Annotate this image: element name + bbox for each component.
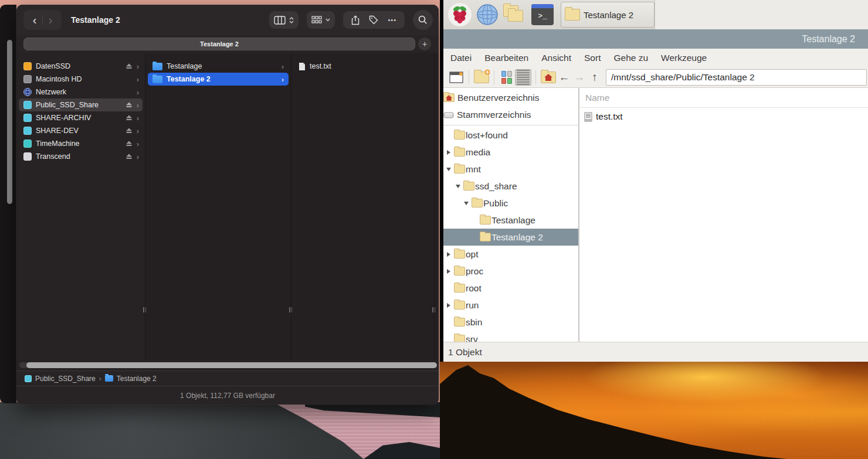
sidebar-item-datenssd[interactable]: DatenSSD ›	[19, 60, 143, 73]
tree-item-mnt[interactable]: mnt	[440, 161, 578, 178]
chevron-right-icon[interactable]: ›	[137, 101, 139, 109]
finder-column-rest	[435, 53, 439, 360]
sidebar-item-share-archiv[interactable]: SHARE-ARCHIV ›	[19, 111, 143, 124]
chevron-right-icon[interactable]: ›	[137, 89, 139, 96]
file-row-test-txt[interactable]: test.txt	[294, 60, 432, 73]
pi-tree-panel: Benutzerverzeichnis Stammverzeichnis	[440, 88, 579, 342]
menu-datei[interactable]: Datei	[450, 53, 472, 63]
file-list-header[interactable]: Name	[579, 88, 868, 108]
forward-button[interactable]: ›	[43, 11, 58, 29]
eject-icon[interactable]	[126, 154, 133, 159]
toolbar-separator	[494, 70, 494, 84]
column-resize-handle[interactable]	[289, 307, 293, 312]
hscroll-track[interactable]	[19, 362, 437, 368]
place-home[interactable]: Benutzerverzeichnis	[440, 89, 578, 106]
macos-wallpaper	[0, 402, 440, 459]
expander-collapsed-icon[interactable]	[445, 150, 452, 155]
sidebar-item-public-ssd-share[interactable]: Public_SSD_Share ›	[19, 98, 143, 111]
tree-item-run[interactable]: run	[440, 297, 578, 314]
back-button[interactable]: ‹	[27, 11, 42, 29]
tree-item-lost-found[interactable]: lost+found	[440, 127, 578, 144]
tree-label: Public	[483, 198, 508, 209]
taskbar-window-button[interactable]: Testanlage 2	[561, 2, 655, 28]
chevron-right-icon[interactable]: ›	[137, 114, 139, 122]
menu-ansicht[interactable]: Ansicht	[541, 53, 571, 63]
hscroll-thumb[interactable]	[26, 362, 437, 368]
tree-item-srv[interactable]: srv	[440, 331, 578, 342]
expander-collapsed-icon[interactable]	[445, 303, 452, 308]
tab-testanlage-2[interactable]: Testanlage 2	[23, 38, 415, 50]
eject-icon[interactable]	[126, 63, 133, 69]
folder-row-testanlage[interactable]: Testanlage ›	[148, 60, 289, 73]
sidebar-item-share-dev[interactable]: SHARE-DEV ›	[19, 124, 143, 137]
chevron-right-icon[interactable]: ›	[137, 76, 139, 83]
tree-item-public[interactable]: Public	[440, 195, 578, 212]
sidebar-item-transcend[interactable]: Transcend ›	[19, 150, 143, 163]
tree-item-opt[interactable]: opt	[440, 246, 578, 263]
tree-item-testanlage-2-selected[interactable]: Testanlage 2	[440, 229, 578, 246]
tree-item-root[interactable]: root	[440, 280, 578, 297]
new-window-button[interactable]	[448, 69, 464, 86]
actions-pill: •••	[343, 11, 405, 29]
background-window-scrollbar[interactable]	[7, 40, 12, 204]
chevron-right-icon[interactable]: ›	[137, 63, 139, 70]
column-header-name[interactable]: Name	[585, 93, 609, 103]
pi-up-button[interactable]: ↑	[587, 71, 602, 84]
sidebar-item-timemachine[interactable]: TimeMachine ›	[19, 137, 143, 150]
place-label: Benutzerverzeichnis	[457, 93, 540, 103]
expander-collapsed-icon[interactable]	[445, 252, 452, 257]
icon-view-button[interactable]	[499, 69, 515, 86]
column-resize-handle[interactable]	[143, 307, 147, 312]
pi-forward-button[interactable]: →	[572, 71, 587, 84]
file-manager-button[interactable]	[503, 4, 527, 25]
tree-item-ssd-share[interactable]: ssd_share	[440, 178, 578, 195]
place-root[interactable]: Stammverzeichnis	[440, 106, 578, 123]
menu-gehe-zu[interactable]: Gehe zu	[613, 53, 648, 63]
expander-expanded-icon[interactable]	[445, 168, 452, 171]
new-tab-button[interactable]: +	[418, 38, 431, 50]
file-row-test-txt[interactable]: test.txt	[579, 108, 868, 125]
chevron-right-icon[interactable]: ›	[137, 153, 139, 161]
tree-item-testanlage[interactable]: Testanlage	[440, 212, 578, 229]
search-button[interactable]	[413, 10, 433, 30]
group-by-button[interactable]	[307, 11, 335, 29]
sidebar-item-macintosh-hd[interactable]: Macintosh HD ›	[19, 73, 143, 86]
path-input[interactable]: /mnt/ssd_share/Public/Testanlage 2	[606, 69, 867, 86]
expander-expanded-icon[interactable]	[454, 185, 462, 188]
view-mode-button[interactable]	[269, 11, 299, 29]
pi-back-button[interactable]: ←	[557, 71, 572, 84]
eject-icon[interactable]	[126, 115, 133, 121]
finder-titlebar: ‹ › Testanlage 2	[16, 5, 439, 35]
path-segment-volume[interactable]: Public_SSD_Share	[35, 375, 96, 383]
menu-werkzeuge[interactable]: Werkzeuge	[661, 53, 707, 63]
macos-screen: ‹ › Testanlage 2	[0, 0, 440, 459]
home-button[interactable]	[540, 69, 557, 86]
eject-icon[interactable]	[126, 141, 133, 147]
terminal-button[interactable]: >_	[531, 4, 554, 25]
menu-sort[interactable]: Sort	[584, 53, 601, 63]
menu-raspberry-button[interactable]	[448, 3, 472, 26]
finder-window: ‹ › Testanlage 2	[16, 5, 439, 404]
expander-collapsed-icon[interactable]	[445, 269, 452, 274]
tree-item-sbin[interactable]: sbin	[440, 314, 578, 331]
sidebar-item-netzwerk[interactable]: Netzwerk ›	[19, 86, 143, 98]
tag-icon[interactable]	[369, 15, 378, 25]
chevron-right-icon[interactable]: ›	[137, 127, 139, 135]
list-view-button[interactable]	[515, 69, 531, 86]
menu-bearbeiten[interactable]: Bearbeiten	[484, 53, 528, 63]
path-segment-folder[interactable]: Testanlage 2	[117, 375, 157, 383]
tree-item-proc[interactable]: proc	[440, 263, 578, 280]
new-folder-button[interactable]	[473, 69, 490, 86]
eject-icon[interactable]	[126, 128, 133, 134]
eject-icon[interactable]	[126, 102, 133, 108]
raspberrypi-screen: >_ Testanlage 2 Testanlage 2 Datei Bearb…	[440, 0, 868, 459]
browser-button[interactable]	[476, 4, 499, 26]
pi-window-titlebar[interactable]: Testanlage 2	[443, 29, 868, 49]
expander-expanded-icon[interactable]	[462, 202, 470, 205]
tree-item-media[interactable]: media	[440, 144, 578, 161]
chevron-right-icon[interactable]: ›	[137, 140, 139, 148]
column-resize-handle[interactable]	[432, 307, 436, 312]
folder-row-testanlage-2-selected[interactable]: Testanlage 2 ›	[148, 73, 289, 86]
share-icon[interactable]	[351, 15, 360, 25]
more-actions-icon[interactable]: •••	[388, 16, 396, 23]
